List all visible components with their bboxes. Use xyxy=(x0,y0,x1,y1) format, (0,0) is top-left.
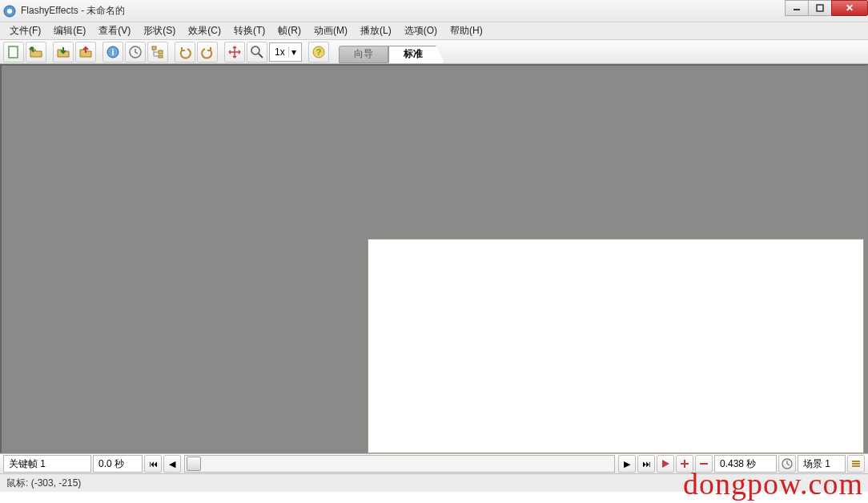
close-button[interactable]: ✕ xyxy=(831,0,868,16)
svg-rect-16 xyxy=(852,461,860,462)
timeline-bar: 关键帧 1 0.0 秒 ⏮ ◀ ▶ ⏭ 0.438 秒 场景 1 xyxy=(0,453,868,474)
dropdown-arrow-icon: ▾ xyxy=(288,46,299,58)
menu-convert[interactable]: 转换(T) xyxy=(227,22,271,39)
window-title: FlashyEffects - 未命名的 xyxy=(21,4,865,18)
export-button[interactable] xyxy=(75,42,96,62)
zoom-value: 1x xyxy=(275,46,285,58)
time-field[interactable]: 0.0 秒 xyxy=(93,455,143,473)
mode-tabs: 向导 标准 xyxy=(339,41,444,63)
duration-field[interactable]: 0.438 秒 xyxy=(714,455,777,473)
history-button[interactable] xyxy=(125,42,146,62)
save-button[interactable] xyxy=(53,42,74,62)
menu-frame[interactable]: 帧(R) xyxy=(271,22,307,39)
undo-button[interactable] xyxy=(175,42,195,62)
menu-play[interactable]: 播放(L) xyxy=(354,22,398,39)
statusbar: 鼠标: (-303, -215) xyxy=(0,474,868,492)
svg-text:?: ? xyxy=(315,47,321,57)
zoom-select[interactable]: 1x ▾ xyxy=(269,42,302,62)
svg-rect-17 xyxy=(852,463,860,465)
svg-line-12 xyxy=(259,54,263,58)
keyframe-field[interactable]: 关键帧 1 xyxy=(3,455,91,473)
mouse-position: 鼠标: (-303, -215) xyxy=(6,477,81,490)
open-button[interactable] xyxy=(26,42,46,62)
hierarchy-button[interactable] xyxy=(147,42,168,62)
workspace[interactable] xyxy=(0,64,868,453)
help-button[interactable]: ? xyxy=(308,42,329,62)
canvas[interactable] xyxy=(368,239,864,453)
tab-standard[interactable]: 标准 xyxy=(388,46,444,63)
scene-field[interactable]: 场景 1 xyxy=(798,455,846,473)
info-button[interactable]: i xyxy=(102,42,123,62)
menu-view[interactable]: 查看(V) xyxy=(92,22,137,39)
menu-animation[interactable]: 动画(M) xyxy=(307,22,354,39)
titlebar: FlashyEffects - 未命名的 ✕ xyxy=(0,0,868,22)
tab-wizard[interactable]: 向导 xyxy=(339,46,388,63)
toolbar: i 1x ▾ ? 向导 标准 xyxy=(0,40,868,64)
menu-file[interactable]: 文件(F) xyxy=(3,22,47,39)
scene-menu-button[interactable] xyxy=(847,455,865,473)
menubar: 文件(F) 编辑(E) 查看(V) 形状(S) 效果(C) 转换(T) 帧(R)… xyxy=(0,22,868,40)
prev-frame-button[interactable]: ◀ xyxy=(163,455,181,473)
menu-shape[interactable]: 形状(S) xyxy=(137,22,182,39)
svg-rect-9 xyxy=(159,50,163,54)
svg-point-11 xyxy=(251,46,259,54)
clock-button[interactable] xyxy=(778,455,796,473)
minimize-button[interactable] xyxy=(785,0,809,16)
first-frame-button[interactable]: ⏮ xyxy=(144,455,162,473)
maximize-button[interactable] xyxy=(808,0,832,16)
timeline-slider[interactable] xyxy=(184,455,615,473)
redo-button[interactable] xyxy=(197,42,218,62)
menu-edit[interactable]: 编辑(E) xyxy=(47,22,92,39)
remove-frame-button[interactable] xyxy=(695,455,713,473)
menu-options[interactable]: 选项(O) xyxy=(398,22,444,39)
svg-rect-3 xyxy=(817,5,823,11)
add-frame-button[interactable] xyxy=(676,455,693,473)
menu-effect[interactable]: 效果(C) xyxy=(182,22,227,39)
svg-text:i: i xyxy=(111,47,114,57)
svg-rect-10 xyxy=(159,55,163,58)
slider-thumb[interactable] xyxy=(187,457,201,471)
new-button[interactable] xyxy=(3,42,24,62)
last-frame-button[interactable]: ⏭ xyxy=(637,455,655,473)
svg-point-1 xyxy=(7,9,12,14)
menu-help[interactable]: 帮助(H) xyxy=(444,22,489,39)
window-controls: ✕ xyxy=(786,0,868,16)
zoom-button[interactable] xyxy=(247,42,267,62)
svg-rect-18 xyxy=(852,465,860,467)
play-button[interactable] xyxy=(657,455,674,473)
app-icon xyxy=(3,5,16,18)
next-frame-button[interactable]: ▶ xyxy=(618,455,636,473)
svg-rect-8 xyxy=(152,46,156,50)
move-button[interactable] xyxy=(224,42,245,62)
